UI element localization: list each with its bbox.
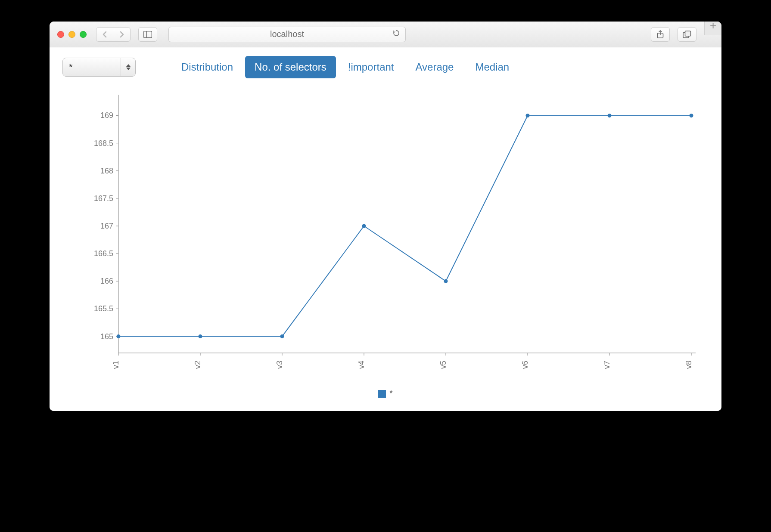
chevron-updown-icon	[121, 58, 135, 76]
svg-text:168: 168	[100, 167, 113, 175]
tab-no-of-selectors[interactable]: No. of selectors	[245, 56, 336, 78]
close-icon[interactable]	[57, 31, 64, 38]
fullscreen-icon[interactable]	[80, 31, 87, 38]
svg-text:v8: v8	[684, 361, 693, 369]
svg-text:v4: v4	[357, 361, 366, 369]
legend-swatch-icon	[378, 390, 386, 398]
svg-text:v5: v5	[439, 361, 448, 369]
back-button[interactable]	[96, 27, 113, 42]
svg-point-45	[362, 224, 366, 228]
address-bar[interactable]: localhost	[168, 27, 406, 42]
tab-average[interactable]: Average	[406, 56, 463, 78]
svg-text:167.5: 167.5	[94, 194, 113, 203]
svg-rect-5	[685, 31, 691, 36]
svg-point-44	[280, 334, 284, 338]
window-controls	[57, 31, 87, 38]
tabs-button[interactable]	[678, 27, 696, 42]
svg-text:165.5: 165.5	[94, 304, 113, 313]
tab--important[interactable]: !important	[339, 56, 404, 78]
tab-distribution[interactable]: Distribution	[172, 56, 242, 78]
svg-rect-0	[144, 31, 152, 37]
svg-text:v2: v2	[193, 361, 202, 369]
minimize-icon[interactable]	[68, 31, 75, 38]
nav-buttons	[96, 27, 131, 42]
forward-button[interactable]	[113, 27, 131, 42]
svg-point-47	[526, 114, 530, 118]
svg-point-49	[690, 114, 693, 118]
app-toolbar: * DistributionNo. of selectors!important…	[62, 56, 709, 78]
svg-point-42	[117, 334, 121, 338]
svg-text:165: 165	[100, 332, 113, 341]
chart-legend: *	[62, 389, 709, 398]
page-content: * DistributionNo. of selectors!important…	[50, 47, 721, 411]
svg-text:v6: v6	[521, 361, 529, 369]
sidebar-toggle-button[interactable]	[138, 27, 157, 42]
svg-text:v7: v7	[603, 361, 611, 369]
address-text: localhost	[270, 29, 304, 39]
svg-text:v1: v1	[112, 361, 120, 369]
svg-text:167: 167	[100, 222, 113, 230]
svg-text:166.5: 166.5	[94, 249, 113, 258]
svg-text:166: 166	[100, 277, 113, 285]
selector-dropdown[interactable]: *	[62, 58, 136, 77]
svg-text:v3: v3	[275, 361, 284, 369]
svg-text:169: 169	[100, 111, 113, 120]
svg-point-46	[444, 279, 448, 283]
browser-window: localhost + * DistributionNo. of selecto…	[50, 22, 721, 411]
new-tab-button[interactable]: +	[704, 22, 721, 35]
svg-point-43	[199, 334, 202, 338]
chart-area: 165165.5166166.5167167.5168168.5169v1v2v…	[71, 90, 700, 383]
svg-text:168.5: 168.5	[94, 139, 113, 148]
legend-label: *	[389, 389, 392, 398]
titlebar: localhost +	[50, 22, 721, 47]
tab-median[interactable]: Median	[466, 56, 519, 78]
selector-value: *	[69, 62, 73, 73]
reload-icon[interactable]	[392, 29, 400, 39]
line-chart: 165165.5166166.5167167.5168168.5169v1v2v…	[71, 90, 700, 383]
tab-bar: DistributionNo. of selectors!importantAv…	[172, 56, 519, 78]
share-button[interactable]	[651, 27, 670, 42]
svg-point-48	[608, 114, 612, 118]
